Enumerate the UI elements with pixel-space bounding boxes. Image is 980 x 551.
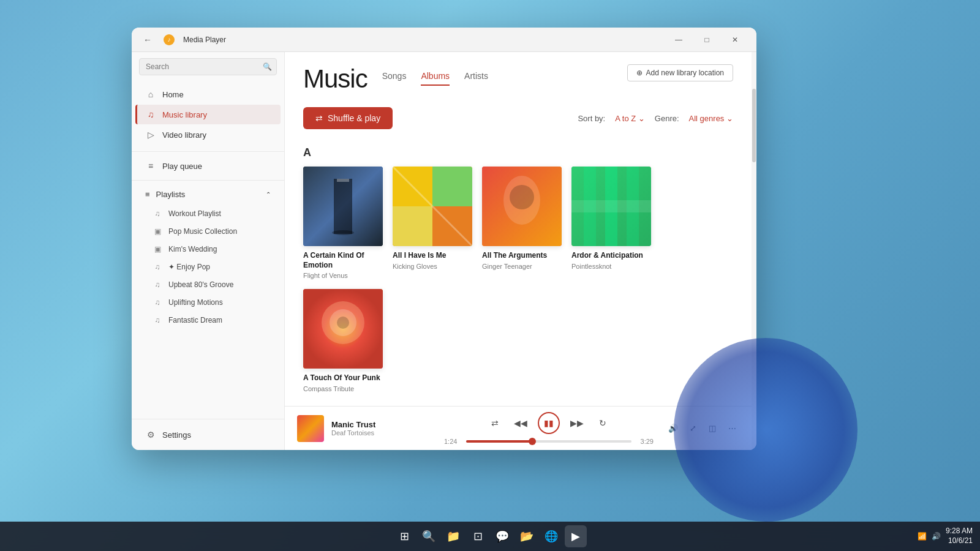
- title-left: Music Songs Albums Artists: [303, 64, 488, 94]
- section-letter-a: A: [303, 146, 733, 159]
- taskbar-network-icon: 📶: [918, 532, 927, 541]
- album-artist-ardor: Pointlessknot: [571, 263, 651, 270]
- current-time: 1:24: [444, 438, 461, 445]
- taskbar: ⊞ 🔍 📁 ⊡ 💬 📂 🌐 ▶ 📶 🔊 9:28 AM 10/6/21: [0, 522, 980, 551]
- svg-point-2: [332, 230, 354, 235]
- back-button[interactable]: ←: [139, 31, 156, 48]
- playlist-item-enjoy-pop[interactable]: ♫ ✦ Enjoy Pop: [135, 258, 281, 276]
- sidebar-item-settings[interactable]: ⚙ Settings: [135, 425, 281, 444]
- playlist-icon-pop: ▣: [153, 227, 162, 236]
- sidebar-label-music: Music library: [162, 110, 207, 119]
- album-card-all-arguments[interactable]: All The Arguments Ginger Teenager: [482, 167, 562, 279]
- taskbar-volume-icon: 🔊: [932, 532, 941, 541]
- playlist-item-uplifting[interactable]: ♫ Uplifting Motions: [135, 294, 281, 311]
- settings-icon: ⚙: [145, 430, 156, 440]
- playlist-item-workout[interactable]: ♫ Workout Playlist: [135, 205, 281, 222]
- playlist-icon-enjoy: ♫: [153, 263, 162, 271]
- playlist-item-pop-collection[interactable]: ▣ Pop Music Collection: [135, 223, 281, 240]
- svg-rect-16: [571, 200, 651, 212]
- playlists-label: Playlists: [156, 190, 186, 199]
- playlists-icon: ≡: [145, 190, 150, 199]
- album-thumb: [297, 415, 324, 442]
- taskbar-media-player-button[interactable]: ▶: [565, 525, 587, 547]
- taskbar-search-button[interactable]: 🔍: [418, 525, 440, 547]
- playlist-label-uplifting: Uplifting Motions: [168, 298, 223, 307]
- album-cover-a-certain: [303, 167, 383, 246]
- minimize-button[interactable]: —: [665, 30, 693, 50]
- sort-value[interactable]: A to Z ⌄: [615, 114, 645, 123]
- tab-artists[interactable]: Artists: [464, 71, 488, 86]
- track-info: Manic Trust Deaf Tortoises: [297, 415, 432, 442]
- sidebar-item-home[interactable]: ⌂ Home: [135, 84, 281, 104]
- genre-value[interactable]: All genres ⌄: [689, 114, 733, 123]
- album-artist-a-certain: Flight of Venus: [303, 272, 383, 279]
- page-title: Music: [303, 64, 368, 94]
- taskbar-files-button[interactable]: 📂: [516, 525, 538, 547]
- album-name-a-certain: A Certain Kind Of Emotion: [303, 251, 383, 270]
- playlists-header[interactable]: ≡ Playlists ⌃: [135, 185, 281, 204]
- shuffle-control-button[interactable]: ⇄: [486, 414, 503, 432]
- taskbar-time: 9:28 AM: [946, 527, 973, 536]
- album-card-touch-punk[interactable]: A Touch Of Your Punk Compass Tribute: [303, 289, 383, 392]
- media-player-window: ← ♪ Media Player — □ ✕ 🔍 ⌂ Home: [132, 28, 756, 450]
- playlist-item-kims-wedding[interactable]: ▣ Kim's Wedding: [135, 241, 281, 258]
- maximize-button[interactable]: □: [693, 30, 721, 50]
- playlist-label-upbeat: Upbeat 80's Groove: [168, 280, 233, 289]
- search-input[interactable]: [139, 58, 277, 75]
- sort-by-label: Sort by:: [578, 114, 605, 123]
- scrollbar-thumb[interactable]: [752, 89, 756, 162]
- taskbar-explorer-button[interactable]: 📁: [442, 525, 464, 547]
- sidebar-label-video: Video library: [162, 130, 206, 140]
- main-content: Music Songs Albums Artists: [285, 52, 752, 450]
- playlist-label-enjoy: ✦ Enjoy Pop: [168, 263, 210, 271]
- titlebar: ← ♪ Media Player — □ ✕: [132, 28, 756, 52]
- album-name-touch-punk: A Touch Of Your Punk: [303, 373, 383, 383]
- sidebar-item-play-queue[interactable]: ≡ Play queue: [135, 156, 281, 176]
- add-library-button[interactable]: ⊕ Add new library location: [627, 64, 733, 81]
- progress-thumb: [529, 438, 536, 445]
- track-artist: Deaf Tortoises: [331, 429, 375, 437]
- album-cover-touch-punk: [303, 289, 383, 369]
- album-card-a-certain[interactable]: A Certain Kind Of Emotion Flight of Venu…: [303, 167, 383, 279]
- album-artist-all-i-have: Kicking Gloves: [393, 263, 472, 270]
- progress-bar[interactable]: [466, 440, 631, 443]
- playlist-item-upbeat[interactable]: ♫ Upbeat 80's Groove: [135, 276, 281, 293]
- shuffle-icon: ⇄: [315, 113, 323, 123]
- taskbar-right: 📶 🔊 9:28 AM 10/6/21: [918, 527, 973, 545]
- playlist-icon-kims: ▣: [153, 245, 162, 253]
- close-button[interactable]: ✕: [721, 30, 749, 50]
- album-cover-all-i-have: [393, 167, 472, 246]
- repeat-button[interactable]: ↻: [594, 414, 611, 432]
- album-card-ardor[interactable]: Ardor & Anticipation Pointlessknot: [571, 167, 651, 279]
- sidebar-item-video-library[interactable]: ▷ Video library: [135, 125, 281, 144]
- sidebar-bottom: ⚙ Settings: [132, 419, 284, 450]
- album-cover-ardor: [571, 167, 651, 246]
- sidebar-label-queue: Play queue: [162, 162, 202, 171]
- album-card-all-i-have[interactable]: All I Have Is Me Kicking Gloves: [393, 167, 472, 279]
- chevron-up-icon: ⌃: [266, 191, 271, 198]
- playlist-label-kims: Kim's Wedding: [168, 245, 217, 253]
- taskbar-widgets-button[interactable]: ⊡: [467, 525, 489, 547]
- taskbar-center: ⊞ 🔍 📁 ⊡ 💬 📂 🌐 ▶: [393, 525, 587, 547]
- next-button[interactable]: ▶▶: [568, 414, 586, 432]
- add-library-icon: ⊕: [636, 69, 643, 77]
- tab-songs[interactable]: Songs: [382, 71, 407, 86]
- main-header: Music Songs Albums Artists: [285, 52, 752, 100]
- pause-button[interactable]: ▮▮: [538, 412, 560, 434]
- shuffle-button[interactable]: ⇄ Shuffle & play: [303, 107, 393, 129]
- svg-point-20: [337, 317, 349, 329]
- taskbar-start-button[interactable]: ⊞: [393, 525, 415, 547]
- previous-button[interactable]: ◀◀: [512, 414, 529, 432]
- taskbar-clock[interactable]: 9:28 AM 10/6/21: [946, 527, 973, 545]
- svg-rect-7: [432, 167, 472, 206]
- sidebar-item-music-library[interactable]: ♫ Music library: [135, 105, 281, 124]
- taskbar-teams-button[interactable]: 💬: [491, 525, 513, 547]
- playback-controls: ⇄ ◀◀ ▮▮ ▶▶ ↻: [486, 412, 611, 434]
- title-row: Music Songs Albums Artists: [303, 64, 733, 94]
- album-name-all-i-have: All I Have Is Me: [393, 251, 472, 261]
- tab-albums[interactable]: Albums: [421, 71, 450, 86]
- albums-area: A: [285, 137, 752, 406]
- album-artist-all-arguments: Ginger Teenager: [482, 263, 562, 270]
- playlist-item-fantastic[interactable]: ♫ Fantastic Dream: [135, 312, 281, 329]
- taskbar-edge-button[interactable]: 🌐: [540, 525, 562, 547]
